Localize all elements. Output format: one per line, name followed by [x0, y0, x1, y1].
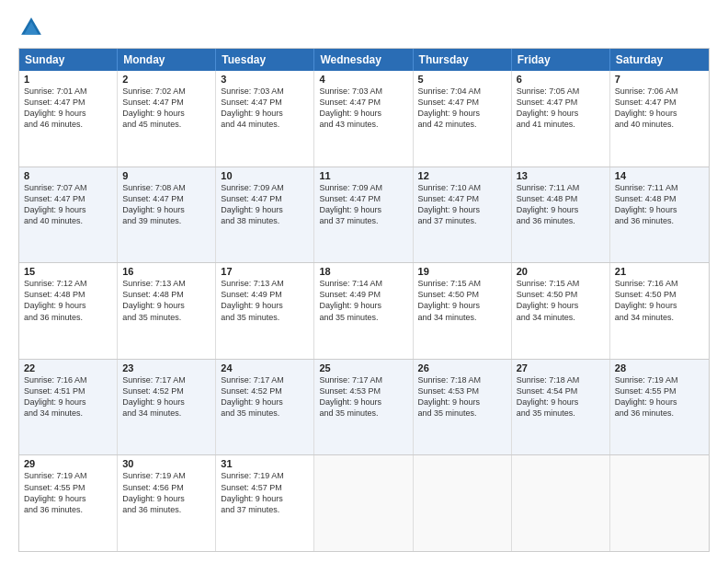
day-info: Sunrise: 7:06 AM Sunset: 4:47 PM Dayligh… [615, 86, 704, 131]
day-cell-30: 30Sunrise: 7:19 AM Sunset: 4:56 PM Dayli… [118, 455, 216, 551]
header-cell-tuesday: Tuesday [216, 49, 314, 71]
day-number: 27 [517, 362, 605, 373]
calendar-row-2: 15Sunrise: 7:12 AM Sunset: 4:48 PM Dayli… [19, 262, 709, 359]
day-cell-12: 12Sunrise: 7:10 AM Sunset: 4:47 PM Dayli… [414, 167, 512, 263]
day-cell-2: 2Sunrise: 7:02 AM Sunset: 4:47 PM Daylig… [118, 71, 216, 167]
day-cell-19: 19Sunrise: 7:15 AM Sunset: 4:50 PM Dayli… [414, 263, 512, 359]
day-info: Sunrise: 7:02 AM Sunset: 4:47 PM Dayligh… [122, 86, 210, 131]
day-info: Sunrise: 7:04 AM Sunset: 4:47 PM Dayligh… [418, 86, 506, 131]
day-number: 14 [615, 170, 704, 181]
day-cell-8: 8Sunrise: 7:07 AM Sunset: 4:47 PM Daylig… [19, 167, 118, 263]
day-cell-6: 6Sunrise: 7:05 AM Sunset: 4:47 PM Daylig… [512, 71, 610, 167]
day-info: Sunrise: 7:15 AM Sunset: 4:50 PM Dayligh… [418, 278, 506, 323]
calendar: SundayMondayTuesdayWednesdayThursdayFrid… [18, 48, 710, 552]
day-number: 12 [418, 170, 506, 181]
day-number: 9 [122, 170, 210, 181]
day-info: Sunrise: 7:17 AM Sunset: 4:53 PM Dayligh… [319, 374, 407, 419]
day-number: 31 [221, 458, 309, 469]
day-number: 7 [615, 74, 704, 85]
page: SundayMondayTuesdayWednesdayThursdayFrid… [0, 0, 728, 563]
day-number: 16 [122, 266, 210, 277]
day-info: Sunrise: 7:13 AM Sunset: 4:48 PM Dayligh… [122, 278, 210, 323]
empty-cell [512, 455, 610, 551]
day-number: 19 [418, 266, 506, 277]
day-info: Sunrise: 7:19 AM Sunset: 4:55 PM Dayligh… [615, 374, 704, 419]
day-cell-16: 16Sunrise: 7:13 AM Sunset: 4:48 PM Dayli… [118, 263, 216, 359]
day-number: 10 [221, 170, 309, 181]
day-cell-24: 24Sunrise: 7:17 AM Sunset: 4:52 PM Dayli… [216, 360, 314, 455]
day-info: Sunrise: 7:19 AM Sunset: 4:56 PM Dayligh… [122, 470, 210, 515]
day-cell-14: 14Sunrise: 7:11 AM Sunset: 4:48 PM Dayli… [610, 167, 709, 263]
day-info: Sunrise: 7:16 AM Sunset: 4:50 PM Dayligh… [615, 278, 704, 323]
day-number: 25 [319, 362, 407, 373]
day-number: 2 [122, 74, 210, 85]
day-cell-4: 4Sunrise: 7:03 AM Sunset: 4:47 PM Daylig… [314, 71, 413, 167]
day-info: Sunrise: 7:07 AM Sunset: 4:47 PM Dayligh… [24, 182, 112, 227]
day-info: Sunrise: 7:09 AM Sunset: 4:47 PM Dayligh… [221, 182, 309, 227]
day-number: 15 [24, 266, 112, 277]
day-cell-17: 17Sunrise: 7:13 AM Sunset: 4:49 PM Dayli… [216, 263, 314, 359]
day-number: 6 [517, 74, 605, 85]
header-cell-wednesday: Wednesday [314, 49, 413, 71]
empty-cell [314, 455, 413, 551]
day-cell-29: 29Sunrise: 7:19 AM Sunset: 4:55 PM Dayli… [19, 455, 118, 551]
day-info: Sunrise: 7:17 AM Sunset: 4:52 PM Dayligh… [122, 374, 210, 419]
day-info: Sunrise: 7:03 AM Sunset: 4:47 PM Dayligh… [221, 86, 309, 131]
header-cell-monday: Monday [118, 49, 216, 71]
day-cell-28: 28Sunrise: 7:19 AM Sunset: 4:55 PM Dayli… [610, 360, 709, 455]
day-number: 26 [418, 362, 506, 373]
day-cell-26: 26Sunrise: 7:18 AM Sunset: 4:53 PM Dayli… [414, 360, 512, 455]
day-number: 17 [221, 266, 309, 277]
day-info: Sunrise: 7:13 AM Sunset: 4:49 PM Dayligh… [221, 278, 309, 323]
day-number: 29 [24, 458, 112, 469]
day-info: Sunrise: 7:01 AM Sunset: 4:47 PM Dayligh… [24, 86, 112, 131]
day-info: Sunrise: 7:08 AM Sunset: 4:47 PM Dayligh… [122, 182, 210, 227]
calendar-row-1: 8Sunrise: 7:07 AM Sunset: 4:47 PM Daylig… [19, 167, 709, 263]
day-number: 21 [615, 266, 704, 277]
empty-cell [610, 455, 709, 551]
day-cell-1: 1Sunrise: 7:01 AM Sunset: 4:47 PM Daylig… [19, 71, 118, 167]
day-info: Sunrise: 7:17 AM Sunset: 4:52 PM Dayligh… [221, 374, 309, 419]
day-cell-20: 20Sunrise: 7:15 AM Sunset: 4:50 PM Dayli… [512, 263, 610, 359]
day-number: 30 [122, 458, 210, 469]
day-info: Sunrise: 7:09 AM Sunset: 4:47 PM Dayligh… [319, 182, 407, 227]
day-cell-15: 15Sunrise: 7:12 AM Sunset: 4:48 PM Dayli… [19, 263, 118, 359]
day-number: 3 [221, 74, 309, 85]
day-cell-25: 25Sunrise: 7:17 AM Sunset: 4:53 PM Dayli… [314, 360, 413, 455]
day-cell-31: 31Sunrise: 7:19 AM Sunset: 4:57 PM Dayli… [216, 455, 314, 551]
logo [18, 15, 48, 40]
day-cell-18: 18Sunrise: 7:14 AM Sunset: 4:49 PM Dayli… [314, 263, 413, 359]
day-number: 20 [517, 266, 605, 277]
day-info: Sunrise: 7:19 AM Sunset: 4:57 PM Dayligh… [221, 470, 309, 515]
calendar-header: SundayMondayTuesdayWednesdayThursdayFrid… [19, 49, 709, 71]
day-number: 8 [24, 170, 112, 181]
day-cell-7: 7Sunrise: 7:06 AM Sunset: 4:47 PM Daylig… [610, 71, 709, 167]
day-cell-23: 23Sunrise: 7:17 AM Sunset: 4:52 PM Dayli… [118, 360, 216, 455]
day-number: 23 [122, 362, 210, 373]
day-cell-3: 3Sunrise: 7:03 AM Sunset: 4:47 PM Daylig… [216, 71, 314, 167]
day-info: Sunrise: 7:18 AM Sunset: 4:53 PM Dayligh… [418, 374, 506, 419]
day-number: 11 [319, 170, 407, 181]
day-info: Sunrise: 7:11 AM Sunset: 4:48 PM Dayligh… [517, 182, 605, 227]
day-cell-5: 5Sunrise: 7:04 AM Sunset: 4:47 PM Daylig… [414, 71, 512, 167]
header-cell-saturday: Saturday [610, 49, 709, 71]
calendar-row-3: 22Sunrise: 7:16 AM Sunset: 4:51 PM Dayli… [19, 359, 709, 455]
day-info: Sunrise: 7:12 AM Sunset: 4:48 PM Dayligh… [24, 278, 112, 323]
day-info: Sunrise: 7:11 AM Sunset: 4:48 PM Dayligh… [615, 182, 704, 227]
day-number: 24 [221, 362, 309, 373]
day-number: 1 [24, 74, 112, 85]
logo-icon [18, 15, 44, 40]
day-info: Sunrise: 7:03 AM Sunset: 4:47 PM Dayligh… [319, 86, 407, 131]
day-cell-10: 10Sunrise: 7:09 AM Sunset: 4:47 PM Dayli… [216, 167, 314, 263]
empty-cell [414, 455, 512, 551]
day-cell-21: 21Sunrise: 7:16 AM Sunset: 4:50 PM Dayli… [610, 263, 709, 359]
header-cell-friday: Friday [512, 49, 610, 71]
day-number: 18 [319, 266, 407, 277]
day-number: 4 [319, 74, 407, 85]
day-cell-13: 13Sunrise: 7:11 AM Sunset: 4:48 PM Dayli… [512, 167, 610, 263]
header [18, 15, 710, 40]
calendar-row-4: 29Sunrise: 7:19 AM Sunset: 4:55 PM Dayli… [19, 454, 709, 551]
day-info: Sunrise: 7:14 AM Sunset: 4:49 PM Dayligh… [319, 278, 407, 323]
calendar-row-0: 1Sunrise: 7:01 AM Sunset: 4:47 PM Daylig… [19, 71, 709, 167]
day-cell-27: 27Sunrise: 7:18 AM Sunset: 4:54 PM Dayli… [512, 360, 610, 455]
